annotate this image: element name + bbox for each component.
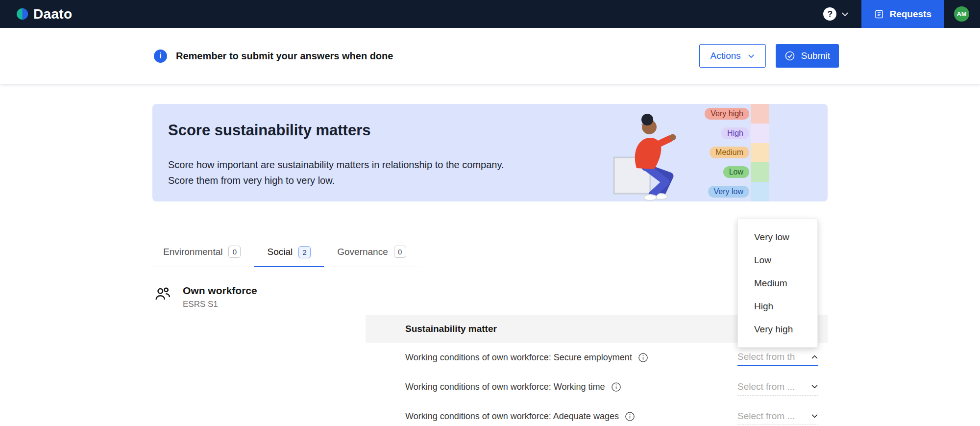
info-icon[interactable] [611, 382, 621, 392]
scale-pill-medium: Medium [710, 147, 749, 158]
top-navbar: Daato ? Requests AM [0, 0, 980, 28]
option-high[interactable]: High [738, 295, 817, 318]
tab-social[interactable]: Social 2 [254, 246, 324, 267]
matter-label: Working conditions of own workforce: Ade… [405, 411, 619, 422]
social-section: Own workforce ESRS S1 Sustainability mat… [152, 280, 828, 426]
scale-bar-high [751, 124, 769, 143]
person-illustration [607, 108, 695, 201]
table-row: Working conditions of own workforce: Wor… [366, 372, 828, 401]
scale-pill-very-low: Very low [708, 186, 749, 198]
submit-button[interactable]: Submit [776, 44, 839, 68]
tab-governance[interactable]: Governance 0 [324, 246, 419, 267]
tab-label: Environmental [163, 247, 222, 257]
chevron-down-icon [748, 54, 755, 58]
scale-bar-low [751, 162, 769, 182]
info-icon: i [154, 50, 167, 63]
option-medium[interactable]: Medium [738, 272, 817, 295]
category-tabs: Environmental 0 Social 2 Governance 0 [150, 246, 419, 267]
score-dropdown-menu: Very low Low Medium High Very high [737, 219, 818, 348]
chevron-down-icon[interactable] [841, 12, 849, 17]
topic-subtitle: ESRS S1 [183, 300, 257, 309]
table-row: Working conditions of own workforce: Ade… [366, 401, 828, 426]
scale-pill-very-high: Very high [705, 108, 749, 120]
option-low[interactable]: Low [738, 249, 817, 272]
actions-button[interactable]: Actions [699, 44, 766, 68]
help-button[interactable]: ? [823, 7, 836, 21]
tab-label: Governance [337, 247, 388, 257]
option-very-low[interactable]: Very low [738, 226, 817, 249]
scale-row: High [705, 124, 769, 143]
scale-row: Low [705, 162, 769, 182]
score-select[interactable]: Select from ... [737, 407, 818, 425]
chevron-up-icon [811, 355, 818, 359]
help-icon: ? [828, 9, 833, 19]
tab-count-badge: 0 [394, 246, 406, 258]
matter-label: Working conditions of own workforce: Wor… [405, 382, 605, 392]
scale-row: Very high [705, 104, 769, 124]
priority-scale: Very high High Medium Low Very low [705, 104, 769, 201]
check-circle-icon [784, 50, 795, 61]
topic-header: Own workforce ESRS S1 [152, 280, 366, 426]
subheader: i Remember to submit your answers when d… [0, 28, 980, 84]
tab-label: Social [267, 247, 293, 257]
scale-pill-high: High [721, 127, 749, 139]
tab-count-badge: 0 [228, 246, 241, 258]
matter-label: Working conditions of own workforce: Sec… [405, 352, 632, 363]
submit-label: Submit [801, 50, 830, 61]
scale-row: Very low [705, 182, 769, 201]
tab-count-badge: 2 [298, 246, 311, 258]
info-icon[interactable] [625, 411, 635, 422]
chevron-down-icon [811, 414, 818, 418]
score-banner: Score sustainability matters Score how i… [152, 104, 828, 201]
select-value: Select from ... [737, 411, 808, 422]
option-very-high[interactable]: Very high [738, 318, 817, 341]
select-value: Select from th [737, 351, 808, 362]
brand-name: Daato [33, 6, 72, 22]
tab-environmental[interactable]: Environmental 0 [150, 246, 254, 267]
notice-text: Remember to submit your answers when don… [176, 50, 393, 62]
daato-logo-icon [16, 7, 29, 21]
requests-label: Requests [889, 9, 931, 20]
score-select[interactable]: Select from th [737, 349, 818, 366]
scale-bar-medium [751, 143, 769, 163]
requests-button[interactable]: Requests [861, 0, 944, 28]
scale-bar-very-low [751, 182, 769, 201]
topic-title: Own workforce [183, 285, 257, 297]
info-icon[interactable] [638, 352, 648, 363]
brand[interactable]: Daato [16, 6, 72, 22]
select-value: Select from ... [737, 381, 808, 392]
actions-label: Actions [710, 50, 741, 61]
scale-pill-low: Low [723, 166, 749, 178]
scale-row: Medium [705, 143, 769, 163]
scale-bar-very-high [751, 104, 769, 124]
requests-icon [874, 9, 884, 19]
score-select[interactable]: Select from ... [737, 378, 818, 396]
chevron-down-icon [811, 384, 818, 389]
submit-reminder-notice: i Remember to submit your answers when d… [154, 50, 393, 63]
avatar[interactable]: AM [954, 6, 969, 22]
own-workforce-icon [153, 285, 172, 303]
